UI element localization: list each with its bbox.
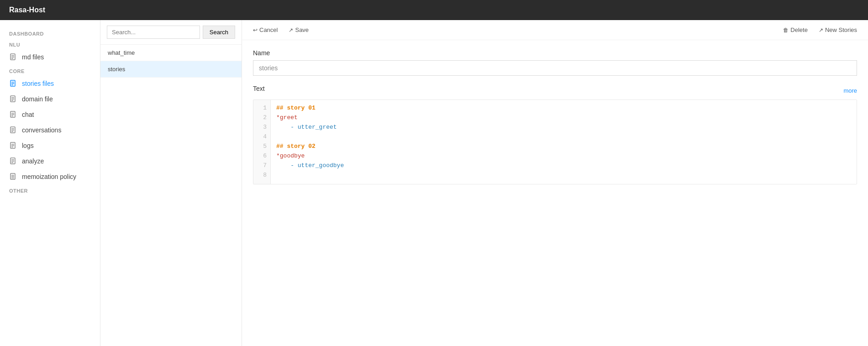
sidebar-item-label: logs bbox=[22, 142, 34, 149]
name-label: Name bbox=[253, 49, 857, 57]
doc-icon bbox=[9, 142, 17, 150]
doc-icon bbox=[9, 53, 17, 61]
sidebar-item-label: memoization policy bbox=[22, 173, 76, 180]
sidebar-item-memoization-policy[interactable]: memoization policy bbox=[0, 169, 100, 184]
line-number: 1 bbox=[253, 104, 270, 113]
sidebar-item-analyze[interactable]: analyze bbox=[0, 153, 100, 169]
sidebar-section-other: OTHER bbox=[0, 184, 100, 195]
sidebar-section-core: CORE bbox=[0, 65, 100, 76]
line-numbers: 1 2 3 4 5 6 7 8 bbox=[253, 100, 271, 184]
line-number: 3 bbox=[253, 123, 270, 132]
toolbar-right: 🗑 Delete ↗ New Stories bbox=[781, 26, 859, 34]
cancel-button[interactable]: ↩ Cancel bbox=[251, 26, 279, 34]
doc2-icon bbox=[9, 173, 17, 181]
code-line: - utter_greet bbox=[276, 123, 851, 132]
sidebar-item-label: domain file bbox=[22, 95, 53, 103]
search-button[interactable]: Search bbox=[203, 26, 235, 39]
sidebar-section-nlu: NLU bbox=[0, 38, 100, 49]
search-input[interactable] bbox=[107, 26, 200, 39]
doc-blue-icon bbox=[9, 79, 17, 88]
app-title: Rasa-Host bbox=[9, 6, 45, 14]
code-line bbox=[276, 171, 851, 180]
sidebar-item-md-files[interactable]: md files bbox=[0, 49, 100, 65]
content-body: Name Text more 1 2 3 4 5 6 7 bbox=[242, 40, 868, 346]
search-area: Search bbox=[100, 20, 242, 45]
list-item[interactable]: stories bbox=[100, 61, 242, 78]
doc-icon bbox=[9, 126, 17, 134]
more-link[interactable]: more bbox=[843, 87, 857, 94]
list-item[interactable]: what_time bbox=[100, 45, 242, 61]
line-number: 2 bbox=[253, 113, 270, 123]
doc-icon bbox=[9, 95, 17, 103]
main-layout: DASHBOARD NLU md files CORE bbox=[0, 20, 868, 346]
text-label: Text bbox=[253, 85, 265, 92]
line-number: 8 bbox=[253, 171, 270, 180]
sidebar-item-label: md files bbox=[22, 53, 44, 61]
sidebar-item-chat[interactable]: chat bbox=[0, 107, 100, 122]
code-editor[interactable]: 1 2 3 4 5 6 7 8 ## story 01 *greet - utt… bbox=[253, 100, 857, 184]
save-icon: ↗ bbox=[289, 27, 293, 33]
line-number: 7 bbox=[253, 161, 270, 171]
toolbar-left: ↩ Cancel ↗ Save bbox=[251, 26, 774, 34]
new-stories-button[interactable]: ↗ New Stories bbox=[817, 26, 859, 34]
sidebar: DASHBOARD NLU md files CORE bbox=[0, 20, 100, 346]
sidebar-item-label: analyze bbox=[22, 157, 44, 165]
code-line: - utter_goodbye bbox=[276, 161, 851, 171]
line-number: 6 bbox=[253, 152, 270, 161]
code-content: ## story 01 *greet - utter_greet ## stor… bbox=[271, 100, 857, 184]
list-items: what_time stories bbox=[100, 45, 242, 346]
content-panel: ↩ Cancel ↗ Save 🗑 Delete ↗ New Stories bbox=[242, 20, 868, 346]
text-field-header: Text more bbox=[253, 85, 857, 96]
sidebar-item-logs[interactable]: logs bbox=[0, 138, 100, 153]
line-number: 5 bbox=[253, 142, 270, 152]
sidebar-item-stories-files[interactable]: stories files bbox=[0, 76, 100, 91]
line-number: 4 bbox=[253, 132, 270, 142]
delete-button[interactable]: 🗑 Delete bbox=[781, 26, 810, 34]
code-line: ## story 02 bbox=[276, 142, 851, 152]
list-panel: Search what_time stories bbox=[100, 20, 242, 346]
sidebar-item-domain-file[interactable]: domain file bbox=[0, 91, 100, 107]
code-line bbox=[276, 132, 851, 142]
sidebar-item-conversations[interactable]: conversations bbox=[0, 122, 100, 138]
new-icon: ↗ bbox=[819, 27, 823, 33]
sidebar-item-label: stories files bbox=[22, 80, 54, 87]
code-line: *goodbye bbox=[276, 152, 851, 161]
doc-icon bbox=[9, 157, 17, 165]
sidebar-item-label: chat bbox=[22, 111, 34, 118]
trash-icon: 🗑 bbox=[783, 27, 789, 33]
code-line: ## story 01 bbox=[276, 104, 851, 113]
topbar: Rasa-Host bbox=[0, 0, 868, 20]
doc-icon bbox=[9, 110, 17, 119]
code-line: *greet bbox=[276, 113, 851, 123]
sidebar-item-label: conversations bbox=[22, 126, 61, 134]
name-input[interactable] bbox=[253, 60, 857, 76]
cancel-icon: ↩ bbox=[253, 27, 258, 33]
content-toolbar: ↩ Cancel ↗ Save 🗑 Delete ↗ New Stories bbox=[242, 20, 868, 40]
sidebar-section-dashboard: DASHBOARD bbox=[0, 27, 100, 38]
save-button[interactable]: ↗ Save bbox=[287, 26, 310, 34]
code-lines: 1 2 3 4 5 6 7 8 ## story 01 *greet - utt… bbox=[253, 100, 857, 184]
